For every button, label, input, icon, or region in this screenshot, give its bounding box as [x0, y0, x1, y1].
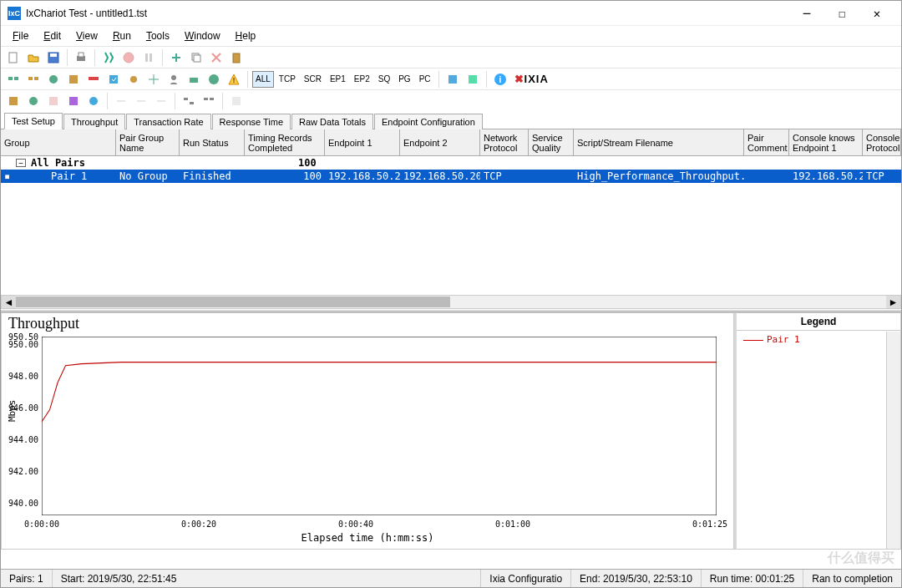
col-console-proto[interactable]: Console Protocol — [863, 129, 901, 155]
svg-point-29 — [29, 97, 38, 105]
menu-run[interactable]: Run — [106, 28, 138, 43]
col-run-status[interactable]: Run Status — [180, 129, 245, 155]
menu-tools[interactable]: Tools — [139, 28, 176, 43]
warn-icon[interactable]: ! — [225, 70, 243, 89]
pause-icon[interactable] — [139, 48, 158, 67]
net10-icon[interactable] — [185, 70, 203, 89]
tab-raw-data[interactable]: Raw Data Totals — [291, 114, 373, 129]
col-pair-group[interactable]: Pair Group Name — [116, 129, 180, 155]
svg-rect-30 — [49, 97, 58, 105]
t3a-icon[interactable] — [4, 92, 23, 110]
svg-point-5 — [124, 53, 134, 63]
filter-ep2[interactable]: EP2 — [351, 71, 373, 88]
svg-rect-13 — [28, 77, 33, 80]
svg-rect-37 — [232, 97, 241, 105]
maximize-button[interactable]: ☐ — [824, 2, 859, 25]
add-icon[interactable] — [167, 48, 185, 67]
col-ep2[interactable]: Endpoint 2 — [400, 129, 480, 155]
col-proto[interactable]: Network Protocol — [480, 129, 529, 155]
net7-icon[interactable] — [124, 70, 143, 89]
copy-icon[interactable] — [187, 48, 205, 67]
net1-icon[interactable] — [4, 70, 23, 89]
open-icon[interactable] — [24, 48, 43, 67]
t3f-icon[interactable] — [112, 92, 130, 110]
filter-ep1[interactable]: EP1 — [327, 71, 349, 88]
filter-scr[interactable]: SCR — [301, 71, 325, 88]
col-console-ep1[interactable]: Console knows Endpoint 1 — [789, 129, 863, 155]
tab-test-setup[interactable]: Test Setup — [4, 113, 63, 129]
export-icon[interactable] — [443, 70, 462, 89]
xtick: 0:01:00 — [495, 520, 530, 529]
cell-completed: 100 — [245, 170, 325, 182]
ytick: 940.00 — [2, 499, 38, 508]
filter-pc[interactable]: PC — [416, 71, 434, 88]
table-row[interactable]: ▪ Pair 1 No Group Finished 100 192.168.5… — [1, 170, 901, 183]
t3e-icon[interactable] — [84, 92, 103, 110]
t3j-icon[interactable] — [200, 92, 218, 110]
save-icon[interactable] — [44, 48, 63, 67]
net11-icon[interactable] — [205, 70, 223, 89]
paste-icon[interactable] — [227, 48, 246, 67]
chart: Throughput Mbps Elapsed time (h:mm:ss) 9… — [1, 312, 734, 550]
menu-edit[interactable]: Edit — [37, 28, 68, 43]
legend-item[interactable]: Pair 1 — [737, 331, 900, 348]
filter-pg[interactable]: PG — [395, 71, 413, 88]
t3h-icon[interactable] — [152, 92, 170, 110]
titlebar: IxC IxChariot Test - untitled1.tst ─ ☐ ✕ — [1, 1, 901, 26]
toolbar-file — [1, 46, 901, 68]
filter-tcp[interactable]: TCP — [276, 71, 299, 88]
menu-file[interactable]: File — [6, 28, 35, 43]
tab-throughput[interactable]: Throughput — [63, 114, 125, 129]
col-group[interactable]: Group — [1, 129, 116, 155]
group-row[interactable]: − All Pairs 100 — [1, 156, 901, 170]
filter-all[interactable]: ALL — [252, 71, 274, 88]
net5-icon[interactable] — [84, 70, 103, 89]
col-timing[interactable]: Timing Records Completed — [245, 129, 325, 155]
collapse-icon[interactable]: − — [16, 159, 26, 167]
t3g-icon[interactable] — [132, 92, 150, 110]
t3b-icon[interactable] — [24, 92, 43, 110]
net2-icon[interactable] — [24, 70, 43, 89]
net6-icon[interactable] — [104, 70, 123, 89]
cell-status: Finished — [180, 170, 245, 182]
svg-rect-25 — [469, 75, 477, 84]
net3-icon[interactable] — [44, 70, 63, 89]
filter-sq[interactable]: SQ — [375, 71, 393, 88]
close-button[interactable]: ✕ — [859, 2, 894, 25]
tab-response-time[interactable]: Response Time — [212, 114, 291, 129]
net9-icon[interactable] — [165, 70, 183, 89]
cell-pair: Pair 1 — [9, 170, 116, 182]
minimize-button[interactable]: ─ — [789, 2, 824, 25]
scroll-left-icon[interactable]: ◄ — [2, 296, 16, 308]
grid-header: Group Pair Group Name Run Status Timing … — [1, 129, 901, 156]
tab-transaction-rate[interactable]: Transaction Rate — [126, 114, 210, 129]
t3c-icon[interactable] — [44, 92, 63, 110]
tab-endpoint-config[interactable]: Endpoint Configuration — [374, 114, 483, 129]
run-icon[interactable] — [99, 48, 118, 67]
delete-icon[interactable] — [207, 48, 226, 67]
chart-plot — [42, 337, 717, 515]
col-script[interactable]: Script/Stream Filename — [574, 129, 744, 155]
t3k-icon[interactable] — [227, 92, 246, 110]
t3i-icon[interactable] — [180, 92, 198, 110]
toolbar-edit — [1, 89, 901, 111]
net8-icon[interactable] — [144, 70, 163, 89]
new-icon[interactable] — [4, 48, 23, 67]
menu-help[interactable]: Help — [229, 28, 263, 43]
menu-view[interactable]: View — [69, 28, 104, 43]
net4-icon[interactable] — [64, 70, 83, 89]
info-icon[interactable]: i — [491, 70, 509, 89]
col-quality[interactable]: Service Quality — [529, 129, 574, 155]
menu-window[interactable]: Window — [178, 28, 227, 43]
stop-icon[interactable] — [119, 48, 138, 67]
scroll-right-icon[interactable]: ► — [886, 296, 900, 308]
print-icon[interactable] — [72, 48, 90, 67]
h-scrollbar[interactable]: ◄ ► — [1, 295, 901, 309]
col-ep1[interactable]: Endpoint 1 — [325, 129, 400, 155]
t3d-icon[interactable] — [64, 92, 83, 110]
app-icon: IxC — [8, 7, 21, 20]
col-comment[interactable]: Pair Comment — [744, 129, 789, 155]
import-icon[interactable] — [464, 70, 482, 89]
v-scrollbar[interactable] — [886, 332, 900, 549]
scroll-thumb[interactable] — [16, 297, 450, 307]
